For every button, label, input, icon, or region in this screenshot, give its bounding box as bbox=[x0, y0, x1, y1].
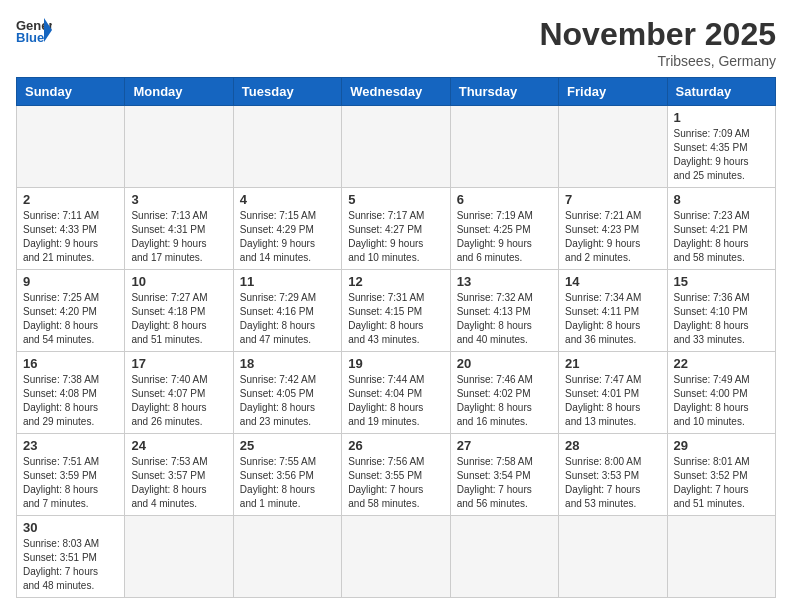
day-number: 2 bbox=[23, 192, 118, 207]
week-row-4: 16Sunrise: 7:38 AM Sunset: 4:08 PM Dayli… bbox=[17, 352, 776, 434]
day-info: Sunrise: 7:51 AM Sunset: 3:59 PM Dayligh… bbox=[23, 455, 118, 511]
week-row-6: 30Sunrise: 8:03 AM Sunset: 3:51 PM Dayli… bbox=[17, 516, 776, 598]
calendar-cell: 6Sunrise: 7:19 AM Sunset: 4:25 PM Daylig… bbox=[450, 188, 558, 270]
day-info: Sunrise: 7:55 AM Sunset: 3:56 PM Dayligh… bbox=[240, 455, 335, 511]
calendar-cell: 22Sunrise: 7:49 AM Sunset: 4:00 PM Dayli… bbox=[667, 352, 775, 434]
day-info: Sunrise: 7:31 AM Sunset: 4:15 PM Dayligh… bbox=[348, 291, 443, 347]
calendar-cell: 17Sunrise: 7:40 AM Sunset: 4:07 PM Dayli… bbox=[125, 352, 233, 434]
calendar-cell bbox=[667, 516, 775, 598]
day-info: Sunrise: 7:58 AM Sunset: 3:54 PM Dayligh… bbox=[457, 455, 552, 511]
calendar-cell: 25Sunrise: 7:55 AM Sunset: 3:56 PM Dayli… bbox=[233, 434, 341, 516]
week-row-1: 1Sunrise: 7:09 AM Sunset: 4:35 PM Daylig… bbox=[17, 106, 776, 188]
day-number: 27 bbox=[457, 438, 552, 453]
day-number: 30 bbox=[23, 520, 118, 535]
day-info: Sunrise: 7:38 AM Sunset: 4:08 PM Dayligh… bbox=[23, 373, 118, 429]
calendar-cell: 10Sunrise: 7:27 AM Sunset: 4:18 PM Dayli… bbox=[125, 270, 233, 352]
day-info: Sunrise: 7:19 AM Sunset: 4:25 PM Dayligh… bbox=[457, 209, 552, 265]
location: Tribsees, Germany bbox=[539, 53, 776, 69]
week-row-5: 23Sunrise: 7:51 AM Sunset: 3:59 PM Dayli… bbox=[17, 434, 776, 516]
day-info: Sunrise: 7:47 AM Sunset: 4:01 PM Dayligh… bbox=[565, 373, 660, 429]
calendar-cell bbox=[450, 516, 558, 598]
calendar-cell bbox=[125, 106, 233, 188]
month-title: November 2025 bbox=[539, 16, 776, 53]
day-info: Sunrise: 7:25 AM Sunset: 4:20 PM Dayligh… bbox=[23, 291, 118, 347]
calendar-cell: 14Sunrise: 7:34 AM Sunset: 4:11 PM Dayli… bbox=[559, 270, 667, 352]
day-number: 5 bbox=[348, 192, 443, 207]
calendar-cell: 21Sunrise: 7:47 AM Sunset: 4:01 PM Dayli… bbox=[559, 352, 667, 434]
day-info: Sunrise: 7:17 AM Sunset: 4:27 PM Dayligh… bbox=[348, 209, 443, 265]
calendar-cell: 20Sunrise: 7:46 AM Sunset: 4:02 PM Dayli… bbox=[450, 352, 558, 434]
calendar-cell bbox=[559, 516, 667, 598]
calendar-cell bbox=[342, 516, 450, 598]
calendar-cell: 1Sunrise: 7:09 AM Sunset: 4:35 PM Daylig… bbox=[667, 106, 775, 188]
day-info: Sunrise: 7:40 AM Sunset: 4:07 PM Dayligh… bbox=[131, 373, 226, 429]
day-info: Sunrise: 8:03 AM Sunset: 3:51 PM Dayligh… bbox=[23, 537, 118, 593]
calendar-cell bbox=[17, 106, 125, 188]
day-number: 19 bbox=[348, 356, 443, 371]
day-number: 18 bbox=[240, 356, 335, 371]
day-number: 7 bbox=[565, 192, 660, 207]
day-number: 1 bbox=[674, 110, 769, 125]
weekday-header-row: SundayMondayTuesdayWednesdayThursdayFrid… bbox=[17, 78, 776, 106]
day-info: Sunrise: 8:00 AM Sunset: 3:53 PM Dayligh… bbox=[565, 455, 660, 511]
day-number: 8 bbox=[674, 192, 769, 207]
weekday-header-wednesday: Wednesday bbox=[342, 78, 450, 106]
calendar-cell: 23Sunrise: 7:51 AM Sunset: 3:59 PM Dayli… bbox=[17, 434, 125, 516]
weekday-header-friday: Friday bbox=[559, 78, 667, 106]
day-number: 25 bbox=[240, 438, 335, 453]
calendar-cell: 13Sunrise: 7:32 AM Sunset: 4:13 PM Dayli… bbox=[450, 270, 558, 352]
calendar-cell bbox=[125, 516, 233, 598]
week-row-2: 2Sunrise: 7:11 AM Sunset: 4:33 PM Daylig… bbox=[17, 188, 776, 270]
day-number: 15 bbox=[674, 274, 769, 289]
day-number: 6 bbox=[457, 192, 552, 207]
day-info: Sunrise: 7:09 AM Sunset: 4:35 PM Dayligh… bbox=[674, 127, 769, 183]
day-number: 9 bbox=[23, 274, 118, 289]
day-info: Sunrise: 7:15 AM Sunset: 4:29 PM Dayligh… bbox=[240, 209, 335, 265]
calendar-table: SundayMondayTuesdayWednesdayThursdayFrid… bbox=[16, 77, 776, 598]
calendar-cell: 5Sunrise: 7:17 AM Sunset: 4:27 PM Daylig… bbox=[342, 188, 450, 270]
weekday-header-saturday: Saturday bbox=[667, 78, 775, 106]
day-info: Sunrise: 7:49 AM Sunset: 4:00 PM Dayligh… bbox=[674, 373, 769, 429]
calendar-cell: 27Sunrise: 7:58 AM Sunset: 3:54 PM Dayli… bbox=[450, 434, 558, 516]
day-number: 16 bbox=[23, 356, 118, 371]
day-info: Sunrise: 7:44 AM Sunset: 4:04 PM Dayligh… bbox=[348, 373, 443, 429]
day-info: Sunrise: 7:29 AM Sunset: 4:16 PM Dayligh… bbox=[240, 291, 335, 347]
calendar-cell bbox=[450, 106, 558, 188]
weekday-header-tuesday: Tuesday bbox=[233, 78, 341, 106]
calendar-cell: 8Sunrise: 7:23 AM Sunset: 4:21 PM Daylig… bbox=[667, 188, 775, 270]
logo: General Blue bbox=[16, 16, 52, 44]
weekday-header-monday: Monday bbox=[125, 78, 233, 106]
day-number: 21 bbox=[565, 356, 660, 371]
calendar-cell: 4Sunrise: 7:15 AM Sunset: 4:29 PM Daylig… bbox=[233, 188, 341, 270]
day-number: 20 bbox=[457, 356, 552, 371]
day-info: Sunrise: 7:53 AM Sunset: 3:57 PM Dayligh… bbox=[131, 455, 226, 511]
calendar-cell: 26Sunrise: 7:56 AM Sunset: 3:55 PM Dayli… bbox=[342, 434, 450, 516]
calendar-cell: 9Sunrise: 7:25 AM Sunset: 4:20 PM Daylig… bbox=[17, 270, 125, 352]
calendar-cell: 30Sunrise: 8:03 AM Sunset: 3:51 PM Dayli… bbox=[17, 516, 125, 598]
calendar-cell: 28Sunrise: 8:00 AM Sunset: 3:53 PM Dayli… bbox=[559, 434, 667, 516]
day-info: Sunrise: 7:23 AM Sunset: 4:21 PM Dayligh… bbox=[674, 209, 769, 265]
calendar-cell bbox=[342, 106, 450, 188]
calendar-cell: 12Sunrise: 7:31 AM Sunset: 4:15 PM Dayli… bbox=[342, 270, 450, 352]
weekday-header-sunday: Sunday bbox=[17, 78, 125, 106]
day-number: 23 bbox=[23, 438, 118, 453]
day-info: Sunrise: 7:21 AM Sunset: 4:23 PM Dayligh… bbox=[565, 209, 660, 265]
day-info: Sunrise: 7:11 AM Sunset: 4:33 PM Dayligh… bbox=[23, 209, 118, 265]
day-info: Sunrise: 7:32 AM Sunset: 4:13 PM Dayligh… bbox=[457, 291, 552, 347]
calendar-cell: 2Sunrise: 7:11 AM Sunset: 4:33 PM Daylig… bbox=[17, 188, 125, 270]
weekday-header-thursday: Thursday bbox=[450, 78, 558, 106]
day-info: Sunrise: 8:01 AM Sunset: 3:52 PM Dayligh… bbox=[674, 455, 769, 511]
calendar-cell: 7Sunrise: 7:21 AM Sunset: 4:23 PM Daylig… bbox=[559, 188, 667, 270]
day-info: Sunrise: 7:46 AM Sunset: 4:02 PM Dayligh… bbox=[457, 373, 552, 429]
day-info: Sunrise: 7:27 AM Sunset: 4:18 PM Dayligh… bbox=[131, 291, 226, 347]
calendar-cell: 11Sunrise: 7:29 AM Sunset: 4:16 PM Dayli… bbox=[233, 270, 341, 352]
day-number: 17 bbox=[131, 356, 226, 371]
calendar-cell: 16Sunrise: 7:38 AM Sunset: 4:08 PM Dayli… bbox=[17, 352, 125, 434]
calendar-cell bbox=[559, 106, 667, 188]
calendar-cell bbox=[233, 516, 341, 598]
day-number: 4 bbox=[240, 192, 335, 207]
day-number: 11 bbox=[240, 274, 335, 289]
calendar-cell bbox=[233, 106, 341, 188]
day-info: Sunrise: 7:36 AM Sunset: 4:10 PM Dayligh… bbox=[674, 291, 769, 347]
day-number: 24 bbox=[131, 438, 226, 453]
